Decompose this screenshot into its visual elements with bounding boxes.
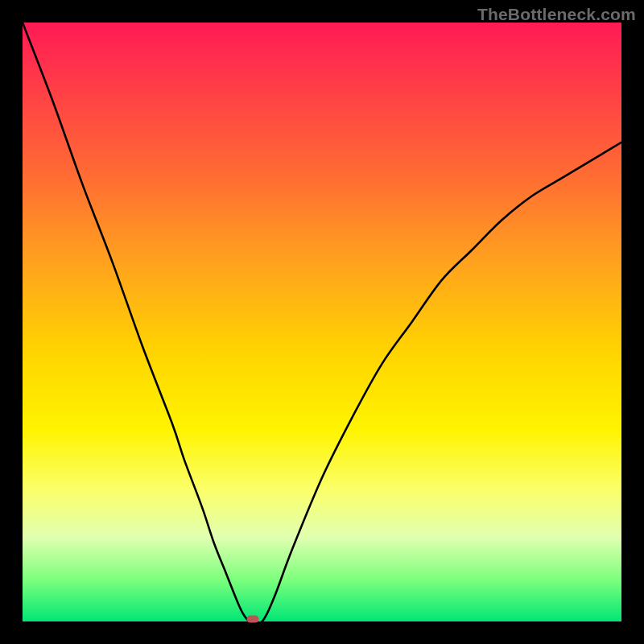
plot-area [23, 23, 621, 621]
watermark-text: TheBottleneck.com [477, 5, 636, 24]
min-marker [247, 616, 259, 623]
bottleneck-curve [23, 23, 621, 621]
chart-frame: TheBottleneck.com [0, 0, 644, 644]
